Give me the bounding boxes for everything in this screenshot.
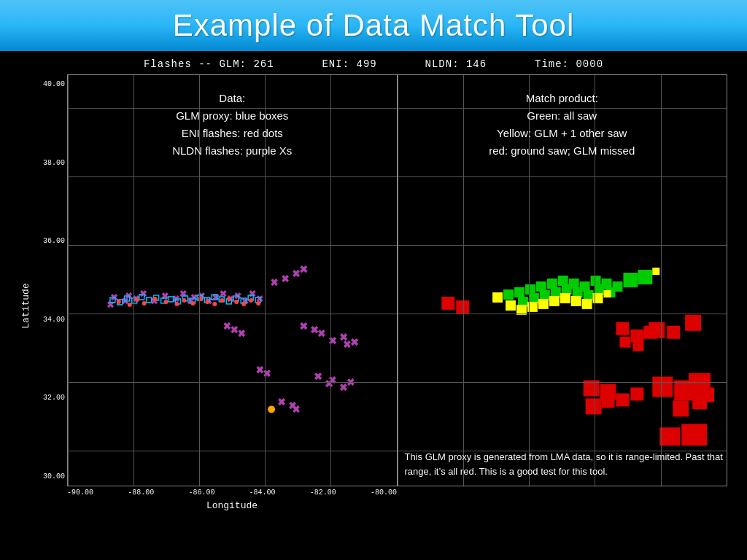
svg-text:×: ×	[301, 319, 307, 332]
x-tick-90: -90.00	[67, 489, 93, 497]
svg-rect-113	[560, 293, 570, 303]
svg-rect-100	[539, 290, 549, 300]
svg-rect-104	[583, 290, 593, 300]
svg-text:×: ×	[213, 292, 219, 303]
svg-rect-96	[623, 273, 638, 287]
x-tick-82: -82.00	[310, 489, 336, 497]
svg-point-76	[205, 300, 209, 304]
svg-rect-112	[549, 296, 559, 306]
flashes-label: Flashes	[144, 58, 192, 70]
svg-point-81	[241, 302, 246, 306]
svg-point-79	[227, 297, 231, 301]
svg-text:×: ×	[344, 338, 350, 350]
x-tick-88: -88.00	[128, 489, 154, 497]
svg-text:×: ×	[224, 320, 230, 332]
svg-rect-116	[592, 293, 603, 303]
svg-point-82	[249, 298, 253, 303]
y-ticks: 40.00 38.00 36.00 34.00 32.00 30.00	[42, 74, 67, 486]
svg-text:×: ×	[163, 290, 169, 301]
plots-wrapper: 40.00 38.00 36.00 34.00 32.00 30.00	[42, 74, 727, 526]
svg-rect-121	[616, 322, 629, 335]
nldn-value: 146	[466, 58, 487, 70]
right-plot: Match product: Green: all saw Yellow: GL…	[398, 75, 727, 486]
y-tick-30: 30.00	[42, 472, 67, 481]
glm-label: GLM:	[219, 58, 247, 70]
data-annotation: Data: GLM proxy: blue boxes ENI flashes:…	[172, 90, 292, 160]
svg-rect-142	[659, 427, 680, 446]
content-area: Flashes -- GLM: 261 ENI: 499 NLDN: 146 T…	[0, 51, 747, 560]
page-header: Example of Data Match Tool	[0, 0, 747, 51]
svg-text:×: ×	[239, 327, 244, 339]
svg-rect-117	[603, 290, 611, 298]
y-tick-36: 36.00	[42, 237, 67, 245]
x-axis-label: Longitude	[67, 500, 397, 511]
svg-rect-135	[652, 377, 673, 397]
bottom-text-overlay: This GLM proxy is generated from LMA dat…	[405, 450, 724, 478]
svg-rect-111	[538, 299, 548, 309]
svg-rect-53	[169, 297, 174, 302]
svg-point-78	[220, 298, 224, 303]
y-axis-label: Latitude	[20, 283, 31, 328]
x-tick-86: -86.00	[188, 489, 214, 497]
svg-rect-133	[616, 393, 629, 406]
svg-text:×: ×	[319, 327, 325, 339]
x-axis-area: -90.00 -88.00 -86.00 -84.00 -82.00 -80.0…	[67, 486, 727, 511]
svg-text:×: ×	[141, 288, 147, 299]
svg-text:×: ×	[293, 268, 299, 279]
svg-text:×: ×	[220, 288, 226, 299]
stats-bar: Flashes -- GLM: 261 ENI: 499 NLDN: 146 T…	[20, 58, 727, 70]
svg-rect-107	[492, 292, 503, 303]
svg-point-84	[268, 405, 275, 413]
svg-rect-50	[147, 298, 152, 303]
svg-point-70	[153, 297, 158, 301]
time-value: 0000	[576, 58, 603, 70]
svg-text:×: ×	[257, 364, 263, 376]
svg-rect-125	[632, 341, 643, 351]
svg-point-73	[182, 298, 186, 303]
svg-rect-97	[638, 270, 652, 284]
page-title: Example of Data Match Tool	[173, 8, 575, 43]
svg-text:×: ×	[249, 288, 255, 299]
svg-point-72	[175, 302, 179, 306]
svg-rect-87	[525, 284, 535, 295]
svg-rect-102	[561, 284, 571, 295]
eni-label: ENI:	[322, 58, 349, 70]
y-tick-34: 34.00	[42, 316, 67, 324]
svg-text:×: ×	[301, 262, 307, 275]
svg-rect-86	[514, 287, 524, 298]
y-tick-38: 38.00	[42, 159, 67, 167]
svg-rect-114	[570, 296, 581, 306]
svg-rect-89	[546, 279, 557, 289]
glm-value: 261	[253, 58, 274, 70]
svg-point-74	[190, 301, 195, 306]
svg-text:×: ×	[282, 273, 288, 284]
svg-rect-88	[535, 281, 546, 292]
stats-separator: --	[198, 58, 219, 70]
svg-text:×: ×	[311, 323, 318, 335]
svg-rect-115	[581, 299, 592, 309]
x-tick-84: -84.00	[249, 489, 276, 497]
left-plot: Data: GLM proxy: blue boxes ENI flashes:…	[68, 75, 398, 486]
svg-rect-132	[601, 394, 614, 408]
svg-rect-108	[506, 300, 516, 311]
svg-rect-124	[619, 337, 630, 348]
svg-text:×: ×	[271, 276, 277, 288]
svg-point-83	[256, 301, 260, 306]
match-annotation: Match product: Green: all saw Yellow: GL…	[489, 90, 635, 160]
svg-rect-128	[685, 315, 701, 331]
dual-plots: Data: GLM proxy: blue boxes ENI flashes:…	[67, 74, 727, 486]
y-tick-32: 32.00	[42, 394, 67, 402]
svg-text:×: ×	[181, 288, 187, 299]
svg-text:×: ×	[293, 403, 299, 415]
svg-point-66	[117, 300, 121, 304]
svg-rect-134	[630, 387, 643, 400]
svg-rect-140	[700, 387, 714, 402]
svg-text:×: ×	[191, 292, 197, 303]
svg-rect-85	[503, 289, 514, 300]
svg-point-68	[135, 298, 139, 302]
svg-rect-118	[652, 268, 659, 275]
svg-text:×: ×	[279, 396, 285, 408]
svg-text:×: ×	[341, 381, 347, 393]
svg-rect-137	[673, 400, 689, 416]
svg-point-67	[128, 303, 132, 307]
